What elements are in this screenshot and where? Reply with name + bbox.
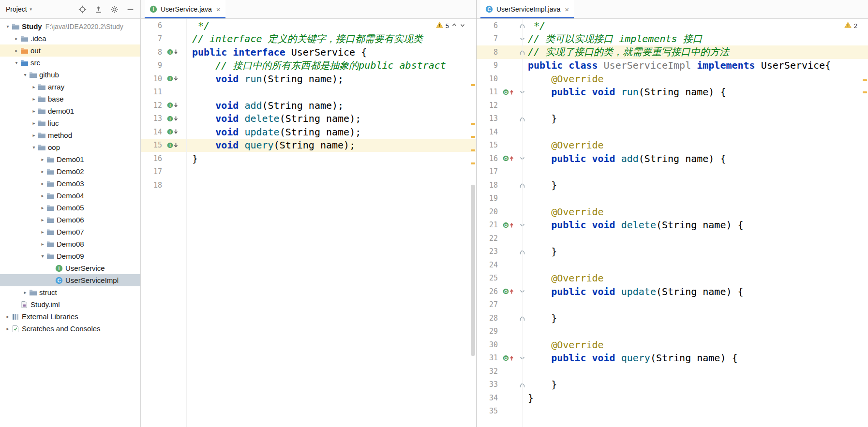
code-line-27[interactable]: 27: [477, 298, 868, 312]
overrides-marker-icon[interactable]: O: [503, 288, 517, 295]
tree-item-out[interactable]: ▸out: [0, 44, 140, 57]
fold-open-icon[interactable]: [517, 89, 527, 95]
chevron-collapsed-icon[interactable]: ▸: [30, 120, 38, 126]
code-line-31[interactable]: 31O public void query(String name) {: [477, 352, 868, 365]
tree-item-method[interactable]: ▸method: [0, 129, 140, 141]
code-line-10[interactable]: 10 @Override: [477, 72, 868, 86]
line-number[interactable]: 12: [141, 101, 167, 110]
warning-stripe-mark[interactable]: [863, 79, 867, 81]
line-number[interactable]: 14: [141, 128, 167, 136]
code-line-16[interactable]: 16}: [141, 152, 476, 165]
code-line-7[interactable]: 7// interface 定义的关键字，接口都需要有实现类: [141, 32, 476, 46]
code-line-6[interactable]: 6 */: [477, 19, 868, 32]
chevron-collapsed-icon[interactable]: ▸: [39, 157, 46, 162]
inspections-widget[interactable]: 2: [844, 22, 857, 29]
code-line-18[interactable]: 18 }: [477, 178, 868, 192]
tree-item-demo09[interactable]: ▾Demo09: [0, 250, 140, 262]
inspections-widget[interactable]: 5: [436, 22, 465, 29]
overrides-marker-icon[interactable]: O: [503, 155, 517, 162]
chevron-expanded-icon[interactable]: ▾: [39, 253, 46, 259]
line-number[interactable]: 30: [477, 340, 503, 349]
chevron-collapsed-icon[interactable]: ▸: [39, 181, 46, 186]
code-line-18[interactable]: 18: [141, 178, 476, 192]
error-stripe[interactable]: [861, 19, 868, 427]
tree-item-demo05[interactable]: ▸Demo05: [0, 202, 140, 214]
line-number[interactable]: 11: [477, 88, 503, 96]
code-line-11[interactable]: 11O public void run(String name) {: [477, 86, 868, 99]
warning-stripe-mark[interactable]: [863, 91, 867, 93]
tree-item-liuc[interactable]: ▸liuc: [0, 117, 140, 129]
tree-item-array[interactable]: ▸array: [0, 81, 140, 93]
fold-open-icon[interactable]: [517, 155, 527, 162]
line-number[interactable]: 8: [141, 48, 167, 57]
line-number[interactable]: 17: [477, 167, 503, 176]
line-number[interactable]: 13: [477, 114, 503, 123]
code-line-9[interactable]: 9public class UserServiceImpl implements…: [477, 59, 868, 73]
fold-open-icon[interactable]: [517, 288, 527, 294]
line-number[interactable]: 21: [477, 221, 503, 229]
line-number[interactable]: 29: [477, 327, 503, 336]
fold-open-icon[interactable]: [517, 222, 527, 228]
tree-item-scratches-and-consoles[interactable]: ▸Scratches and Consoles: [0, 323, 140, 335]
chevron-collapsed-icon[interactable]: ▸: [21, 290, 29, 295]
implemented-marker-icon[interactable]: I: [167, 128, 181, 135]
line-number[interactable]: 16: [477, 154, 503, 163]
code-line-35[interactable]: 35: [477, 405, 868, 418]
tree-item-study[interactable]: ▾StudyF:\java\IDEA2020.2\Study: [0, 20, 140, 32]
implemented-marker-icon[interactable]: I: [167, 102, 181, 109]
line-number[interactable]: 10: [141, 74, 167, 83]
tree-item-userservice[interactable]: IUserService: [0, 262, 140, 274]
code-line-25[interactable]: 25 @Override: [477, 272, 868, 285]
line-number[interactable]: 20: [477, 207, 503, 216]
tree-item-demo01[interactable]: ▸Demo01: [0, 153, 140, 165]
line-number[interactable]: 6: [141, 21, 167, 30]
chevron-collapsed-icon[interactable]: ▸: [39, 241, 46, 247]
chevron-collapsed-icon[interactable]: ▸: [39, 169, 46, 174]
tab-userserviceimpl-java[interactable]: C UserServiceImpl.java ×: [480, 0, 574, 18]
code-line-10[interactable]: 10I void run(String name);: [141, 72, 476, 86]
warning-stripe-mark[interactable]: [471, 123, 475, 125]
tree-item-oop[interactable]: ▾oop: [0, 141, 140, 153]
code-line-6[interactable]: 6 */: [141, 19, 476, 32]
next-warning-icon[interactable]: [460, 22, 465, 29]
code-line-33[interactable]: 33 }: [477, 378, 868, 392]
locate-icon[interactable]: [78, 5, 87, 14]
warning-stripe-mark[interactable]: [471, 149, 475, 151]
line-number[interactable]: 34: [477, 394, 503, 402]
tree-item-demo01[interactable]: ▸demo01: [0, 105, 140, 117]
code-line-32[interactable]: 32: [477, 365, 868, 378]
line-number[interactable]: 9: [141, 61, 167, 70]
tree-item-external-libraries[interactable]: ▸External Libraries: [0, 310, 140, 323]
code-line-15[interactable]: 15 @Override: [477, 139, 868, 152]
implemented-marker-icon[interactable]: I: [167, 48, 181, 56]
implemented-marker-icon[interactable]: I: [167, 75, 181, 82]
fold-end-icon[interactable]: [517, 315, 527, 321]
line-number[interactable]: 12: [477, 101, 503, 110]
chevron-collapsed-icon[interactable]: ▸: [4, 314, 12, 319]
line-number[interactable]: 11: [141, 88, 167, 96]
code-line-30[interactable]: 30 @Override: [477, 338, 868, 352]
code-line-13[interactable]: 13I void delete(String name);: [141, 112, 476, 126]
chevron-collapsed-icon[interactable]: ▸: [30, 84, 38, 89]
tab-userservice-java[interactable]: I UserService.java ×: [145, 0, 225, 18]
code-line-12[interactable]: 12I void add(String name);: [141, 99, 476, 112]
line-number[interactable]: 6: [477, 21, 503, 30]
fold-end-icon[interactable]: [517, 182, 527, 188]
code-line-17[interactable]: 17: [477, 165, 868, 179]
line-number[interactable]: 15: [141, 141, 167, 149]
tree-item-userserviceimpl[interactable]: CUserServiceImpl: [0, 274, 140, 286]
line-number[interactable]: 9: [477, 61, 503, 70]
tree-item-demo08[interactable]: ▸Demo08: [0, 238, 140, 250]
code-line-22[interactable]: 22: [477, 232, 868, 245]
scrollbar-thumb[interactable]: [471, 185, 475, 356]
implemented-marker-icon[interactable]: I: [167, 115, 181, 122]
line-number[interactable]: 25: [477, 274, 503, 282]
line-number[interactable]: 33: [477, 380, 503, 389]
code-line-13[interactable]: 13 }: [477, 112, 868, 126]
tree-item-demo04[interactable]: ▸Demo04: [0, 190, 140, 202]
line-number[interactable]: 23: [477, 247, 503, 256]
fold-end-icon[interactable]: [517, 116, 527, 122]
code-editor-userservice[interactable]: 5 6 */7// interface 定义的关键字，接口都需要有实现类8Ipu…: [141, 19, 476, 427]
line-number[interactable]: 7: [477, 34, 503, 43]
warning-stripe-mark[interactable]: [471, 84, 475, 86]
